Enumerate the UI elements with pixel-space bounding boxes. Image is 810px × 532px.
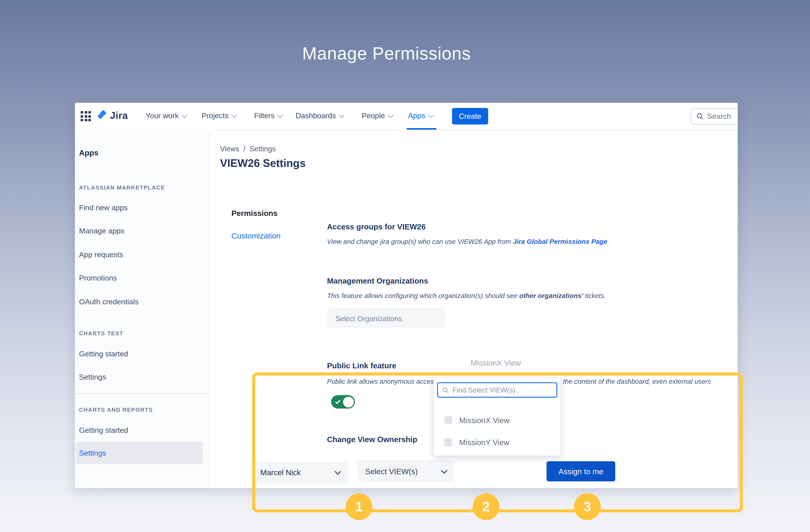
chevron-down-icon [339, 112, 344, 118]
public-link-toggle[interactable] [331, 395, 355, 409]
sidebar-section-marketplace: ATLASSIAN MARKETPLACE [79, 184, 165, 191]
view-search-placeholder: Find Select VIEW(s)... [453, 386, 521, 394]
sidebar: Apps ATLASSIAN MARKETPLACE Find new apps… [75, 130, 210, 488]
check-icon [335, 399, 341, 405]
public-link-heading: Public Link feature [327, 361, 396, 370]
change-ownership-heading: Change View Ownership [327, 435, 417, 444]
public-link-description-left: Public link allows anonymous access [327, 377, 437, 385]
global-search-input[interactable]: Search [691, 108, 738, 125]
assign-to-me-button[interactable]: Assign to me [547, 461, 615, 481]
breadcrumb: Views / Settings [220, 145, 276, 153]
nav-filters[interactable]: Filters [254, 103, 281, 129]
sidebar-item-getting-started-2[interactable]: Getting started [79, 426, 128, 434]
sidebar-item-app-requests[interactable]: App requests [79, 251, 123, 259]
sidebar-section-charts-test: CHARTS TEST [79, 330, 124, 336]
jira-logo-text[interactable]: Jira [110, 110, 128, 122]
jira-global-permissions-link[interactable]: Jira Global Permissions Page [513, 238, 608, 245]
search-icon [442, 387, 449, 393]
sidebar-item-manage-apps[interactable]: Manage apps [79, 227, 125, 235]
toggle-knob [343, 397, 354, 407]
chevron-down-icon [182, 112, 187, 118]
access-groups-heading: Access groups for VIEW26 [327, 222, 426, 231]
chevron-down-icon [428, 112, 434, 118]
sidebar-title: Apps [79, 148, 98, 157]
view-select-dropdown: Find Select VIEW(s)... MissionX View Mis… [434, 377, 561, 456]
breadcrumb-views[interactable]: Views [220, 145, 239, 153]
sidebar-item-settings-selected[interactable]: Settings [76, 441, 203, 464]
sidebar-item-find-new-apps[interactable]: Find new apps [79, 204, 128, 212]
screenshot-stage: Manage Permissions Jira Your work Projec… [0, 0, 810, 532]
views-select[interactable]: Select VIEW(s) [357, 460, 454, 482]
chevron-down-icon [277, 112, 283, 118]
jira-logo-icon[interactable] [97, 110, 108, 124]
nav-apps-active-underline [407, 128, 437, 130]
sidebar-item-label: Settings [79, 449, 106, 457]
page-title: VIEW26 Settings [220, 157, 306, 170]
create-button[interactable]: Create [452, 108, 488, 125]
view-search-input[interactable]: Find Select VIEW(s)... [437, 382, 557, 398]
hero-title: Manage Permissions [302, 43, 471, 64]
select-organizations-button[interactable]: Select Organizations [327, 308, 445, 328]
selected-view-label: MissionX View [471, 358, 521, 367]
chevron-down-icon [231, 112, 237, 118]
management-orgs-description: This feature allows configuring which or… [327, 292, 606, 300]
nav-your-work[interactable]: Your work [146, 103, 185, 129]
top-navbar: Jira Your work Projects Filters Dashboar… [75, 103, 738, 130]
annotation-badge-1: 1 [345, 493, 372, 520]
management-orgs-heading: Management Organizations [327, 276, 428, 285]
breadcrumb-separator: / [243, 145, 245, 153]
access-groups-description: View and change jira group(s) who can us… [327, 238, 608, 245]
jira-window: Jira Your work Projects Filters Dashboar… [75, 103, 738, 488]
app-switcher-icon[interactable] [81, 111, 91, 121]
chevron-down-icon [335, 468, 341, 475]
sidebar-section-charts-reports: CHARTS AND REPORTS [79, 406, 153, 413]
annotation-badge-2: 2 [473, 493, 499, 520]
breadcrumb-settings[interactable]: Settings [249, 145, 275, 153]
view-option-missionx[interactable]: MissionX View [444, 416, 509, 424]
tab-permissions[interactable]: Permissions [231, 209, 277, 217]
checkbox[interactable] [444, 416, 452, 424]
tab-customization[interactable]: Customization [231, 231, 280, 240]
checkbox[interactable] [444, 438, 452, 446]
annotation-badge-3: 3 [574, 493, 601, 520]
search-placeholder: Search [707, 112, 731, 120]
chevron-down-icon [388, 112, 393, 118]
owner-select[interactable]: Marcel Nick [252, 461, 348, 484]
sidebar-item-oauth-credentials[interactable]: OAuth credentials [79, 297, 139, 306]
chevron-down-icon [441, 467, 448, 474]
sidebar-item-promotions[interactable]: Promotions [79, 274, 117, 282]
search-icon [696, 113, 703, 120]
public-link-description-right: the content of the dashboard, even exter… [563, 377, 711, 385]
sidebar-item-settings-1[interactable]: Settings [79, 373, 106, 381]
nav-people[interactable]: People [361, 103, 392, 129]
view-option-missiony[interactable]: MissionY View [444, 438, 509, 447]
sidebar-divider [75, 393, 208, 394]
nav-projects[interactable]: Projects [201, 103, 236, 129]
nav-dashboards[interactable]: Dashboards [295, 103, 343, 129]
nav-apps[interactable]: Apps [408, 103, 432, 129]
sidebar-item-getting-started-1[interactable]: Getting started [79, 350, 128, 358]
